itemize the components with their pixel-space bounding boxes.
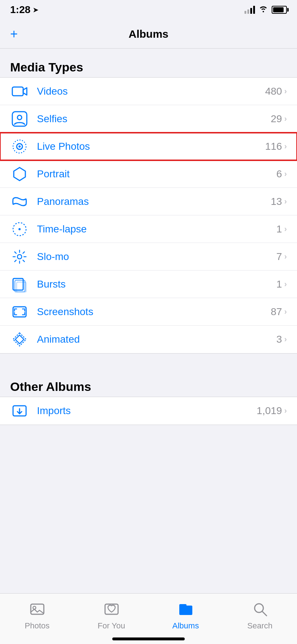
svg-line-14: [23, 252, 24, 253]
add-album-button[interactable]: +: [10, 28, 18, 41]
videos-chevron: ›: [284, 87, 287, 96]
for-you-tab-icon: [102, 599, 121, 619]
animated-icon: [10, 330, 29, 349]
imports-icon: [10, 401, 29, 420]
svg-line-12: [15, 252, 16, 253]
list-item-slo-mo[interactable]: Slo-mo 7 ›: [0, 243, 297, 271]
tab-photos[interactable]: Photos: [0, 598, 74, 631]
svg-line-15: [15, 260, 16, 261]
panoramas-chevron: ›: [284, 197, 287, 206]
media-types-list: Videos 480 › Selfies 29 ›: [0, 77, 297, 354]
panoramas-icon: [10, 192, 29, 211]
time-lapse-chevron: ›: [284, 224, 287, 234]
search-tab-label: Search: [247, 621, 273, 631]
status-bar: 1:28 ➤: [0, 0, 297, 20]
live-photos-icon: [10, 137, 29, 156]
imports-count: 1,019: [257, 405, 282, 417]
location-icon: ➤: [33, 5, 39, 14]
time-lapse-label: Time-lapse: [37, 223, 276, 235]
list-item-selfies[interactable]: Selfies 29 ›: [0, 105, 297, 133]
photos-tab-label: Photos: [25, 621, 50, 631]
panoramas-label: Panoramas: [37, 196, 271, 207]
animated-count: 3: [276, 334, 282, 345]
slo-mo-icon: [10, 247, 29, 266]
status-time: 1:28: [10, 4, 30, 16]
portrait-label: Portrait: [37, 168, 276, 180]
screenshots-count: 87: [271, 306, 282, 318]
tab-for-you[interactable]: For You: [74, 598, 148, 631]
list-item-portrait[interactable]: Portrait 6 ›: [0, 160, 297, 188]
imports-label: Imports: [37, 405, 257, 417]
photos-tab-icon: [28, 599, 47, 619]
screenshots-chevron: ›: [284, 307, 287, 317]
list-item-animated[interactable]: Animated 3 ›: [0, 326, 297, 353]
media-types-section-header: Media Types: [0, 49, 297, 77]
svg-rect-27: [181, 608, 191, 609]
bursts-icon: [10, 275, 29, 294]
signal-icon: [244, 6, 255, 14]
screenshots-icon: [10, 302, 29, 321]
list-item-screenshots[interactable]: Screenshots 87 ›: [0, 298, 297, 326]
svg-rect-0: [12, 87, 23, 96]
svg-point-2: [17, 115, 22, 120]
home-indicator: [112, 637, 185, 640]
svg-rect-22: [31, 604, 44, 614]
albums-tab-label: Albums: [172, 621, 199, 631]
screenshots-label: Screenshots: [37, 306, 271, 318]
other-albums-title: Other Albums: [10, 380, 91, 393]
nav-header: + Albums: [0, 20, 297, 49]
panoramas-count: 13: [271, 196, 282, 207]
tab-bar: Photos For You Albums: [0, 593, 297, 644]
live-photos-label: Live Photos: [37, 141, 265, 152]
animated-label: Animated: [37, 334, 276, 345]
slo-mo-count: 7: [276, 251, 282, 263]
videos-label: Videos: [37, 86, 265, 97]
time-lapse-count: 1: [276, 223, 282, 235]
media-types-title: Media Types: [10, 60, 83, 74]
page-title: Albums: [129, 28, 168, 40]
list-item-videos[interactable]: Videos 480 ›: [0, 78, 297, 105]
selfie-icon: [10, 110, 29, 128]
svg-line-13: [23, 260, 24, 261]
status-icons: [244, 5, 287, 15]
bursts-label: Bursts: [37, 278, 276, 290]
selfies-chevron: ›: [284, 114, 287, 124]
svg-point-7: [18, 228, 21, 230]
selfies-label: Selfies: [37, 113, 271, 125]
other-albums-section: Other Albums Imports 1,019 ›: [0, 368, 297, 425]
portrait-chevron: ›: [284, 169, 287, 179]
list-item-panoramas[interactable]: Panoramas 13 ›: [0, 188, 297, 215]
tab-search[interactable]: Search: [223, 598, 297, 631]
other-albums-section-header: Other Albums: [0, 368, 297, 397]
animated-chevron: ›: [284, 335, 287, 344]
search-tab-icon: [250, 599, 270, 619]
list-item-bursts[interactable]: Bursts 1 ›: [0, 271, 297, 298]
live-photos-chevron: ›: [284, 142, 287, 151]
slo-mo-chevron: ›: [284, 252, 287, 261]
svg-point-4: [18, 145, 21, 148]
bursts-chevron: ›: [284, 280, 287, 289]
svg-rect-28: [181, 611, 188, 612]
for-you-tab-label: For You: [98, 621, 125, 631]
selfies-count: 29: [271, 113, 282, 125]
other-albums-list: Imports 1,019 ›: [0, 397, 297, 425]
svg-point-16: [17, 255, 22, 259]
list-item-live-photos[interactable]: Live Photos 116 ›: [0, 133, 297, 160]
videos-count: 480: [265, 86, 282, 97]
content: Media Types Videos 480 ›: [0, 49, 297, 468]
imports-chevron: ›: [284, 406, 287, 416]
bursts-count: 1: [276, 278, 282, 290]
portrait-count: 6: [276, 168, 282, 180]
svg-rect-26: [179, 604, 187, 607]
video-icon: [10, 82, 29, 101]
wifi-icon: [259, 5, 268, 15]
svg-rect-20: [13, 307, 26, 317]
time-lapse-icon: [10, 220, 29, 239]
albums-tab-icon: [176, 599, 196, 619]
portrait-icon: [10, 165, 29, 183]
list-item-time-lapse[interactable]: Time-lapse 1 ›: [0, 215, 297, 243]
battery-icon: [272, 6, 287, 14]
svg-line-30: [262, 611, 267, 616]
list-item-imports[interactable]: Imports 1,019 ›: [0, 397, 297, 425]
tab-albums[interactable]: Albums: [148, 598, 223, 631]
